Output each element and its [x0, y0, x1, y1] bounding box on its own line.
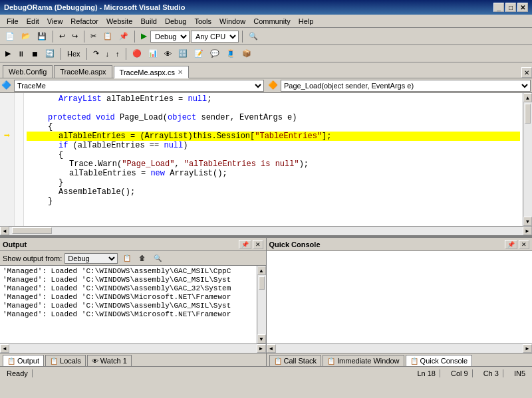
output-content[interactable]: 'Managed': Loaded 'C:\WINDOWS\assembly\G…	[0, 266, 257, 344]
vscroll-track[interactable]	[523, 102, 532, 217]
immediate-button[interactable]: 💬	[207, 47, 222, 60]
vscroll-thumb[interactable]	[525, 104, 531, 124]
output-vscroll-track[interactable]	[257, 275, 266, 334]
start-debug-button[interactable]: ▶	[138, 30, 149, 43]
quick-console-panel: Quick Console 📌 ✕ ◀ ▶ 📋 Call Stack 📋 Imm…	[267, 238, 533, 366]
modules-button[interactable]: 📦	[239, 47, 254, 60]
save-button[interactable]: 💾	[35, 30, 49, 43]
code-hscrollbar[interactable]: ◀ ▶	[0, 226, 532, 235]
stop-button[interactable]: ⏹	[29, 47, 41, 60]
tab-close-icon[interactable]: ✕	[178, 68, 183, 76]
tab-quickconsole[interactable]: 📋 Quick Console	[406, 355, 473, 366]
quickconsole-close-button[interactable]: ✕	[519, 240, 529, 249]
output-clear-button[interactable]: 🗑	[136, 252, 148, 265]
quickconsole-content[interactable]	[267, 251, 533, 344]
output-vscrollbar[interactable]: ▲ ▼	[257, 266, 266, 344]
output-vscroll-down[interactable]: ▼	[257, 334, 266, 344]
code-vscrollbar[interactable]: ▲ ▼	[523, 93, 532, 226]
step-into-button[interactable]: ↓	[103, 47, 112, 60]
restart-button[interactable]: 🔄	[43, 47, 57, 60]
quickconsole-hscrollbar[interactable]: ◀ ▶	[267, 344, 533, 353]
hscroll-left-button[interactable]: ◀	[0, 227, 9, 235]
hscroll-right-button[interactable]: ▶	[523, 227, 532, 235]
step-out-button[interactable]: ↑	[113, 47, 122, 60]
cut-button[interactable]: ✂	[88, 30, 99, 43]
tab-bar: Web.Config TraceMe.aspx TraceMe.aspx.cs …	[0, 62, 532, 78]
close-button[interactable]: ✕	[517, 3, 528, 12]
close-tab-button[interactable]: ✕	[521, 67, 532, 78]
code-line-9: alTableEntries = new ArrayList();	[27, 169, 520, 178]
menu-debug[interactable]: Debug	[161, 17, 190, 26]
output-hscroll-right[interactable]: ▶	[257, 344, 266, 353]
sep3	[134, 31, 135, 43]
menu-window[interactable]: Window	[215, 17, 249, 26]
watch-button[interactable]: 👁	[162, 47, 174, 60]
maximize-button[interactable]: □	[505, 3, 516, 12]
output-vscroll-thumb[interactable]	[259, 276, 265, 290]
minimize-button[interactable]: _	[493, 3, 504, 12]
tab-callstack[interactable]: 📋 Call Stack	[269, 355, 322, 366]
status-col: Col 9	[447, 369, 473, 377]
breakpoints-button[interactable]: 🔴	[130, 47, 144, 60]
hex-button[interactable]: Hex	[65, 47, 83, 60]
output-panel-controls[interactable]: 📌 ✕	[239, 240, 263, 249]
qc-hscroll-right[interactable]: ▶	[523, 344, 532, 353]
autos-button[interactable]: 🔠	[176, 47, 190, 60]
hscroll-thumb[interactable]	[12, 227, 52, 234]
debug-mode-select[interactable]: Debug	[150, 31, 190, 43]
show-output-label: Show output from:	[3, 254, 62, 262]
code-gutter: ➡	[0, 93, 15, 226]
qc-hscroll-left[interactable]: ◀	[267, 344, 276, 353]
method-dropdown[interactable]: Page_Load(object sender, EventArgs e)	[281, 80, 531, 92]
menu-edit[interactable]: Edit	[23, 17, 43, 26]
menu-view[interactable]: View	[43, 17, 67, 26]
undo-button[interactable]: ↩	[57, 30, 68, 43]
menu-tools[interactable]: Tools	[190, 17, 215, 26]
tab-output[interactable]: 📋 Output	[3, 355, 44, 366]
tab-watch1[interactable]: 👁 Watch 1	[87, 355, 132, 366]
open-button[interactable]: 📂	[19, 30, 33, 43]
code-lines[interactable]: ArrayList alTableEntries = null; protect…	[24, 93, 523, 226]
tab-locals[interactable]: 📋 Locals	[45, 355, 86, 366]
output-source-select[interactable]: Debug	[65, 253, 118, 264]
tab-immediatewindow[interactable]: 📋 Immediate Window	[323, 355, 404, 366]
paste-button[interactable]: 📌	[116, 30, 131, 43]
output-hscrollbar[interactable]: ◀ ▶	[0, 344, 266, 353]
new-button[interactable]: 📄	[3, 30, 17, 43]
threads-button[interactable]: 🧵	[223, 47, 238, 60]
quickconsole-tab-label: Quick Console	[420, 357, 468, 365]
qc-hscroll-track[interactable]	[276, 344, 523, 353]
quickconsole-pin-button[interactable]: 📌	[505, 240, 517, 249]
output-close-button[interactable]: ✕	[253, 240, 263, 249]
menu-refactor[interactable]: Refactor	[66, 17, 102, 26]
window-controls[interactable]: _ □ ✕	[493, 3, 528, 12]
find-button[interactable]: 🔍	[246, 30, 261, 43]
vscroll-down-button[interactable]: ▼	[523, 217, 532, 226]
redo-button[interactable]: ↪	[69, 30, 80, 43]
output-pin-button[interactable]: 📌	[239, 240, 251, 249]
continue-button[interactable]: ▶	[3, 47, 13, 60]
output-find-button[interactable]: 🔍	[151, 252, 164, 265]
menu-build[interactable]: Build	[136, 17, 160, 26]
platform-select[interactable]: Any CPU	[191, 31, 239, 43]
menu-file[interactable]: File	[3, 17, 23, 26]
tab-webconfig[interactable]: Web.Config	[3, 65, 53, 78]
class-dropdown[interactable]: TraceMe	[14, 80, 264, 92]
copy-button[interactable]: 📋	[100, 30, 115, 43]
step-over-button[interactable]: ↷	[90, 47, 102, 60]
hscroll-track[interactable]	[9, 227, 523, 235]
locals-button[interactable]: 📝	[192, 47, 206, 60]
break-button[interactable]: ⏸	[15, 47, 27, 60]
tab-tracemeaspx[interactable]: TraceMe.aspx	[54, 65, 112, 78]
callstack-button[interactable]: 📊	[146, 47, 160, 60]
quickconsole-controls[interactable]: 📌 ✕	[505, 240, 529, 249]
output-copy-button[interactable]: 📋	[120, 252, 134, 265]
menu-website[interactable]: Website	[102, 17, 137, 26]
vscroll-up-button[interactable]: ▲	[523, 93, 532, 102]
menu-help[interactable]: Help	[295, 17, 318, 26]
output-hscroll-track[interactable]	[9, 344, 257, 353]
output-vscroll-up[interactable]: ▲	[257, 266, 266, 275]
menu-community[interactable]: Community	[249, 17, 295, 26]
output-hscroll-left[interactable]: ◀	[0, 344, 9, 353]
tab-tracemeaspxcs[interactable]: TraceMe.aspx.cs ✕	[114, 66, 189, 78]
